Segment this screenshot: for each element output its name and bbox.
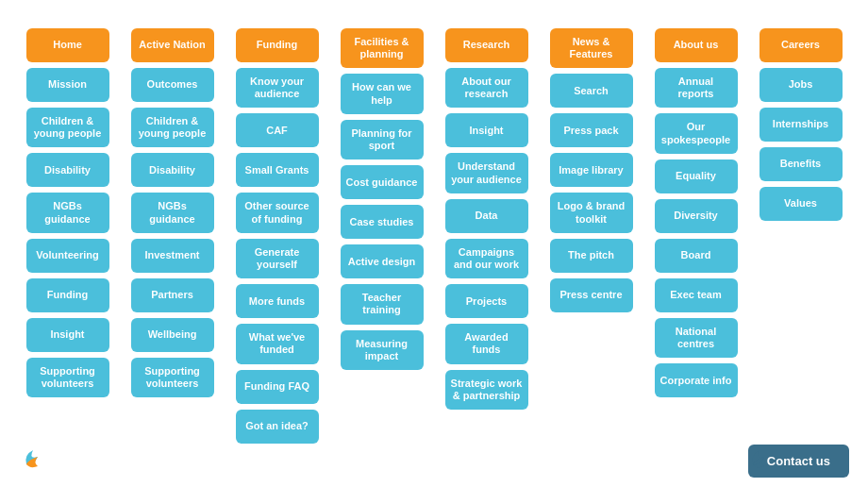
item-the-pitch[interactable]: The pitch bbox=[550, 239, 633, 273]
item-active-design[interactable]: Active design bbox=[341, 244, 424, 278]
header-news[interactable]: News & Features bbox=[550, 28, 633, 68]
item-data[interactable]: Data bbox=[445, 199, 528, 233]
item-diversity[interactable]: Diversity bbox=[655, 199, 738, 233]
item-more-funds[interactable]: More funds bbox=[236, 284, 319, 318]
col-active-nation: Active NationOutcomesChildren & young pe… bbox=[124, 28, 221, 397]
col-research: ResearchAbout our researchInsightUnderst… bbox=[438, 28, 535, 410]
item-national-centres[interactable]: National centres bbox=[655, 318, 738, 358]
item-planning-for-sport[interactable]: Planning for sport bbox=[341, 120, 424, 160]
item-disability[interactable]: Disability bbox=[131, 153, 214, 187]
header-facilities[interactable]: Facilities & planning bbox=[341, 28, 424, 68]
item-funding[interactable]: Funding bbox=[26, 278, 109, 312]
item-ngbs-guidance[interactable]: NGBs guidance bbox=[26, 193, 109, 232]
item-mission[interactable]: Mission bbox=[26, 68, 109, 102]
item-annual-reports[interactable]: Annual reports bbox=[655, 68, 738, 108]
item-know-your-audience[interactable]: Know your audience bbox=[236, 68, 319, 108]
nav-container: HomeMissionChildren & young peopleDisabi… bbox=[0, 0, 868, 453]
header-about[interactable]: About us bbox=[655, 28, 738, 62]
item-press-centre[interactable]: Press centre bbox=[550, 278, 633, 312]
item-exec-team[interactable]: Exec team bbox=[655, 278, 738, 312]
item-understand-your-audience[interactable]: Understand your audience bbox=[445, 153, 528, 193]
item-benefits[interactable]: Benefits bbox=[760, 147, 843, 181]
item-our-spokespeople[interactable]: Our spokespeople bbox=[655, 113, 738, 153]
item-corporate-info[interactable]: Corporate info bbox=[655, 363, 738, 397]
item-small-grants[interactable]: Small Grants bbox=[236, 153, 319, 187]
item-logo--brand-toolkit[interactable]: Logo & brand toolkit bbox=[550, 193, 633, 232]
item-strategic-work--partnership[interactable]: Strategic work & partnership bbox=[445, 370, 528, 410]
col-careers: CareersJobsInternshipsBenefitsValues bbox=[752, 28, 849, 221]
item-values[interactable]: Values bbox=[760, 187, 843, 221]
header-careers[interactable]: Careers bbox=[760, 28, 843, 62]
item-awarded-funds[interactable]: Awarded funds bbox=[445, 324, 528, 363]
col-news: News & FeaturesSearchPress packImage lib… bbox=[542, 28, 640, 312]
item-volunteering[interactable]: Volunteering bbox=[26, 239, 109, 273]
logo-right bbox=[745, 445, 774, 478]
item-caf[interactable]: CAF bbox=[236, 113, 319, 147]
col-about: About usAnnual reportsOur spokespeopleEq… bbox=[647, 28, 744, 397]
item-internships[interactable]: Internships bbox=[760, 108, 843, 142]
header-home[interactable]: Home bbox=[26, 28, 109, 62]
item-jobs[interactable]: Jobs bbox=[760, 68, 843, 102]
item-search[interactable]: Search bbox=[550, 74, 633, 108]
item-equality[interactable]: Equality bbox=[655, 160, 738, 193]
item-supporting-volunteers[interactable]: Supporting volunteers bbox=[131, 358, 214, 397]
logo-left bbox=[19, 445, 47, 478]
item-image-library[interactable]: Image library bbox=[550, 153, 633, 187]
item-children--young-people[interactable]: Children & young people bbox=[26, 108, 109, 147]
item-what-weve-funded[interactable]: What we've funded bbox=[236, 324, 319, 363]
col-funding: FundingKnow your audienceCAFSmall Grants… bbox=[228, 28, 326, 444]
item-board[interactable]: Board bbox=[655, 239, 738, 273]
item-got-an-idea[interactable]: Got an idea? bbox=[236, 410, 319, 444]
item-funding-faq[interactable]: Funding FAQ bbox=[236, 370, 319, 404]
item-insight[interactable]: Insight bbox=[445, 113, 528, 147]
col-facilities: Facilities & planningHow can we helpPlan… bbox=[333, 28, 430, 370]
item-about-our-research[interactable]: About our research bbox=[445, 68, 528, 108]
item-children--young-people[interactable]: Children & young people bbox=[131, 108, 214, 147]
item-projects[interactable]: Projects bbox=[445, 284, 528, 318]
item-teacher-training[interactable]: Teacher training bbox=[341, 284, 424, 324]
item-outcomes[interactable]: Outcomes bbox=[131, 68, 214, 102]
header-research[interactable]: Research bbox=[445, 28, 528, 62]
item-generate-yourself[interactable]: Generate yourself bbox=[236, 239, 319, 278]
item-wellbeing[interactable]: Wellbeing bbox=[131, 318, 214, 352]
col-home: HomeMissionChildren & young peopleDisabi… bbox=[19, 28, 116, 397]
item-how-can-we-help[interactable]: How can we help bbox=[341, 74, 424, 113]
item-partners[interactable]: Partners bbox=[131, 278, 214, 312]
item-cost-guidance[interactable]: Cost guidance bbox=[341, 165, 424, 199]
item-ngbs-guidance[interactable]: NGBs guidance bbox=[131, 193, 214, 232]
item-campaigns-and-our-work[interactable]: Campaigns and our work bbox=[445, 239, 528, 278]
header-funding[interactable]: Funding bbox=[236, 28, 319, 62]
item-disability[interactable]: Disability bbox=[26, 153, 109, 187]
item-supporting-volunteers[interactable]: Supporting volunteers bbox=[26, 358, 109, 397]
item-investment[interactable]: Investment bbox=[131, 239, 214, 273]
item-measuring-impact[interactable]: Measuring impact bbox=[341, 330, 424, 370]
item-press-pack[interactable]: Press pack bbox=[550, 113, 633, 147]
item-other-source-of-funding[interactable]: Other source of funding bbox=[236, 193, 319, 232]
item-case-studies[interactable]: Case studies bbox=[341, 205, 424, 239]
item-insight[interactable]: Insight bbox=[26, 318, 109, 352]
header-active-nation[interactable]: Active Nation bbox=[131, 28, 214, 62]
